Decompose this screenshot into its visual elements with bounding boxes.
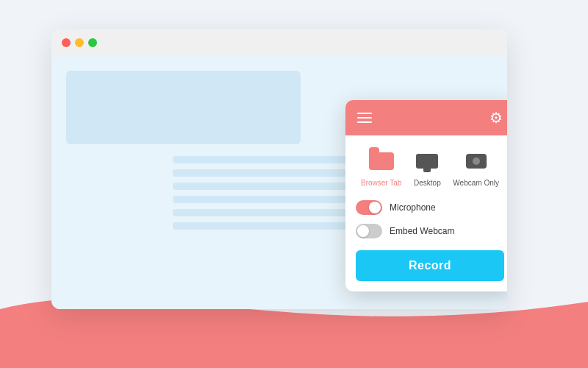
browser-window: ⚙ Browser Tab: [51, 29, 507, 309]
microphone-toggle-row: Microphone: [356, 200, 504, 215]
webcam-icon: [466, 154, 487, 169]
dot-red: [62, 38, 71, 47]
webcam-icon-wrap: [461, 147, 492, 175]
folder-icon: [369, 152, 394, 170]
embed-webcam-toggle[interactable]: [356, 224, 382, 238]
toggle-knob: [369, 202, 381, 213]
browser-tab-icon-wrap: [366, 147, 397, 175]
source-option-browser-tab[interactable]: Browser Tab: [361, 147, 401, 187]
desktop-icon-wrap: [412, 147, 442, 175]
desktop-label: Desktop: [414, 179, 441, 187]
toggle-knob: [357, 225, 369, 237]
browser-content: ⚙ Browser Tab: [51, 56, 507, 309]
folder-tab: [369, 147, 379, 153]
dot-yellow: [75, 38, 84, 47]
popup-panel: ⚙ Browser Tab: [345, 100, 507, 291]
browser-tab-label: Browser Tab: [361, 179, 401, 187]
gear-icon[interactable]: ⚙: [490, 109, 503, 127]
desktop-icon: [416, 154, 438, 169]
webcam-label: Webcam Only: [453, 179, 499, 187]
source-options: Browser Tab Desktop: [356, 147, 504, 187]
content-placeholder-top: [66, 71, 301, 144]
microphone-label: Microphone: [390, 202, 436, 213]
cam-lens: [473, 158, 480, 165]
hamburger-icon[interactable]: [357, 113, 372, 123]
microphone-toggle[interactable]: [356, 200, 382, 215]
embed-webcam-label: Embed Webcam: [390, 226, 454, 236]
monitor: [416, 154, 438, 169]
embed-webcam-toggle-row: Embed Webcam: [356, 224, 504, 238]
popup-body: Browser Tab Desktop: [345, 135, 507, 291]
record-button[interactable]: Record: [356, 250, 504, 281]
folder-body: [369, 152, 394, 170]
browser-titlebar: [51, 29, 507, 56]
source-option-webcam[interactable]: Webcam Only: [453, 147, 499, 187]
popup-header: ⚙: [345, 100, 507, 135]
source-option-desktop[interactable]: Desktop: [412, 147, 442, 187]
dot-green: [88, 38, 97, 47]
